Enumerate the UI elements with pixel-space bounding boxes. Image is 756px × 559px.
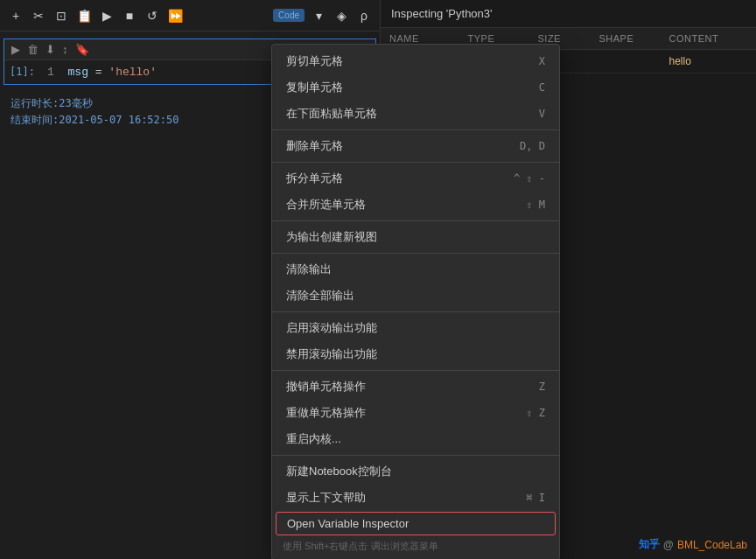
- menu-item-redo-cell-label: 重做单元格操作: [286, 405, 366, 421]
- menu-footer: 使用 Shift+右键点击 调出浏览器菜单: [272, 536, 559, 556]
- menu-item-enable-scroll[interactable]: 启用滚动输出功能: [272, 315, 559, 341]
- menu-item-copy-shortcut: C: [539, 81, 545, 94]
- watermark: 知乎 @ BML_CodeLab: [639, 537, 747, 552]
- menu-item-paste-shortcut: V: [539, 108, 545, 120]
- menu-separator-6: [272, 370, 559, 371]
- menu-item-delete-shortcut: D, D: [520, 140, 545, 152]
- menu-item-cut-label: 剪切单元格: [286, 53, 343, 69]
- context-menu: 剪切单元格 X 复制单元格 C 在下面粘贴单元格 V 删除单元格 D, D 拆分…: [271, 44, 560, 559]
- cut-icon[interactable]: ✂: [30, 7, 47, 24]
- run-icon[interactable]: ▶: [98, 7, 116, 24]
- dropdown-icon[interactable]: ▾: [310, 7, 327, 24]
- delete-cell-icon[interactable]: 🗑: [27, 43, 38, 56]
- code-line-number: 1: [47, 66, 54, 79]
- menu-separator-5: [272, 311, 559, 312]
- menu-item-merge-shortcut: ⇧ M: [526, 199, 545, 211]
- menu-item-cut-shortcut: X: [539, 55, 545, 67]
- bookmark-icon[interactable]: 🔖: [75, 43, 89, 56]
- menu-item-redo-cell[interactable]: 重做单元格操作 ⇧ Z: [272, 400, 559, 426]
- menu-item-split-shortcut: ^ ⇧ -: [514, 172, 545, 185]
- menu-item-clear-all-output[interactable]: 清除全部输出: [272, 283, 559, 309]
- inspector-title: Inspecting 'Python3': [381, 0, 756, 28]
- menu-item-disable-scroll-label: 禁用滚动输出功能: [286, 346, 377, 362]
- code-badge[interactable]: Code: [273, 9, 304, 22]
- add-cell-icon[interactable]: +: [7, 7, 24, 24]
- menu-item-cut[interactable]: 剪切单元格 X: [272, 48, 559, 74]
- col-size: SIZE: [538, 33, 599, 44]
- menu-item-merge-label: 合并所选单元格: [286, 197, 366, 213]
- menu-item-undo-cell[interactable]: 撤销单元格操作 Z: [272, 374, 559, 400]
- fast-forward-icon[interactable]: ⏩: [166, 7, 184, 24]
- watermark-at: @: [663, 539, 674, 551]
- menu-separator-4: [272, 253, 559, 254]
- menu-item-contextual-help-label: 显示上下文帮助: [286, 490, 366, 506]
- menu-item-undo-cell-label: 撤销单元格操作: [286, 379, 366, 395]
- menu-item-restart-kernel-label: 重启内核...: [286, 431, 341, 447]
- menu-item-split[interactable]: 拆分单元格 ^ ⇧ -: [272, 165, 559, 192]
- menu-item-redo-cell-shortcut: ⇧ Z: [526, 407, 545, 419]
- col-type: TYPE: [468, 33, 538, 44]
- stop-icon[interactable]: ■: [121, 7, 138, 24]
- menu-item-clear-output[interactable]: 清除输出: [272, 256, 559, 283]
- watermark-zhihu: 知乎: [639, 537, 660, 552]
- paste-icon[interactable]: 📋: [75, 7, 93, 24]
- menu-item-clear-output-label: 清除输出: [286, 262, 332, 277]
- menu-item-new-view[interactable]: 为输出创建新视图: [272, 224, 559, 250]
- restart-icon[interactable]: ↺: [144, 7, 161, 24]
- watermark-brand: BML_CodeLab: [677, 539, 747, 551]
- menu-item-new-console[interactable]: 新建Notebook控制台: [272, 458, 559, 485]
- cell-number: [1]:: [4, 60, 40, 83]
- menu-item-new-view-label: 为输出创建新视图: [286, 229, 377, 245]
- menu-item-clear-all-output-label: 清除全部输出: [286, 288, 354, 304]
- menu-item-copy-label: 复制单元格: [286, 80, 343, 95]
- menu-item-new-console-label: 新建Notebook控制台: [286, 464, 392, 479]
- run-cell-icon[interactable]: ▶: [11, 43, 20, 56]
- menu-item-paste[interactable]: 在下面粘贴单元格 V: [272, 101, 559, 127]
- row-shape: [599, 55, 669, 67]
- menu-separator-7: [272, 455, 559, 456]
- menu-item-undo-cell-shortcut: Z: [539, 381, 545, 393]
- menu-item-enable-scroll-label: 启用滚动输出功能: [286, 320, 377, 336]
- code-string: 'hello': [108, 66, 157, 79]
- col-content: CONTENT: [669, 33, 748, 44]
- menu-item-paste-label: 在下面粘贴单元格: [286, 106, 377, 122]
- menu-separator-1: [272, 129, 559, 130]
- menu-item-split-label: 拆分单元格: [286, 171, 343, 186]
- menu-item-delete[interactable]: 删除单元格 D, D: [272, 133, 559, 159]
- menu-item-open-variable-inspector-label: Open Variable Inspector: [287, 517, 409, 530]
- menu-item-restart-kernel[interactable]: 重启内核...: [272, 426, 559, 452]
- settings-icon[interactable]: ◈: [332, 7, 350, 24]
- git-icon[interactable]: ρ: [355, 7, 373, 24]
- menu-item-copy[interactable]: 复制单元格 C: [272, 74, 559, 101]
- menu-item-delete-label: 删除单元格: [286, 138, 343, 154]
- code-var: msg: [68, 66, 88, 79]
- col-name: NAME: [389, 33, 468, 44]
- menu-item-open-variable-inspector[interactable]: Open Variable Inspector: [276, 512, 556, 535]
- notebook-toolbar: + ✂ ⊡ 📋 ▶ ■ ↺ ⏩ Code ▾ ◈ ρ: [0, 0, 380, 31]
- menu-separator-2: [272, 162, 559, 163]
- cell-code[interactable]: 1 msg = 'hello': [40, 60, 164, 84]
- move-cell-icon[interactable]: ⬇: [46, 43, 55, 56]
- menu-item-contextual-help-shortcut: ⌘ I: [526, 492, 545, 504]
- menu-item-merge[interactable]: 合并所选单元格 ⇧ M: [272, 192, 559, 218]
- row-content: hello: [669, 55, 748, 67]
- col-shape: SHAPE: [599, 33, 669, 44]
- menu-separator-3: [272, 220, 559, 221]
- menu-item-disable-scroll[interactable]: 禁用滚动输出功能: [272, 341, 559, 367]
- code-eq: =: [95, 66, 109, 79]
- copy-icon[interactable]: ⊡: [52, 7, 70, 24]
- menu-item-contextual-help[interactable]: 显示上下文帮助 ⌘ I: [272, 485, 559, 511]
- split-cell-icon[interactable]: ↕: [62, 43, 68, 56]
